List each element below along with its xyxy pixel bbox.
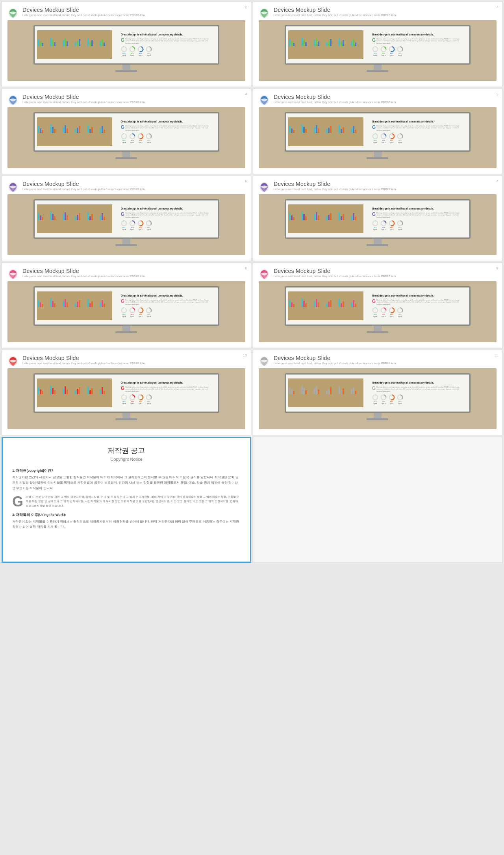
donut-label: Type A: [373, 403, 377, 404]
donut-pct: 50%: [131, 401, 134, 402]
donut-label: Type A: [122, 403, 126, 404]
donut-chart: [137, 133, 144, 139]
monitor-stand: [374, 326, 382, 331]
slide-number: 6: [245, 179, 247, 183]
slide-number: 10: [243, 353, 247, 357]
donut-item: 80% Type C: [137, 46, 144, 56]
slide-card[interactable]: Devices Mockup Slide Letterpress next le…: [253, 176, 502, 261]
donut-pct: 50%: [382, 52, 385, 54]
donut-item: 20% Type A: [372, 133, 378, 143]
donut-label: Type D: [398, 403, 402, 404]
screen-photo: [288, 117, 363, 146]
donut-chart: [389, 133, 395, 139]
donut-item: 60% Type D: [146, 307, 152, 317]
logo-icon: [259, 269, 270, 280]
donut-pct: 80%: [390, 313, 393, 315]
donut-chart: [121, 133, 127, 139]
donut-label: Type C: [138, 55, 143, 56]
slide-card[interactable]: Devices Mockup Slide Letterpress next le…: [253, 2, 502, 87]
monitor-base: [115, 70, 137, 72]
donut-chart: [397, 46, 403, 52]
screen-heading: Great design is eliminating all unnecess…: [372, 207, 465, 210]
donut-item: 20% Type A: [121, 133, 127, 143]
copyright-section-3: 3. 저작물의 이용(Using the Work): 저작권이 있는 저작물을…: [12, 512, 241, 530]
donut-label: Type D: [398, 55, 402, 56]
screen-content: Great design is eliminating all unnecess…: [35, 26, 218, 63]
slide-number: 5: [496, 92, 498, 96]
donut-chart: [372, 46, 378, 52]
donut-chart: [137, 220, 144, 226]
bar-chart: [288, 30, 363, 46]
donut-item: 80% Type C: [389, 220, 395, 230]
copyright-section-body-3: 저작권이 있는 저작물을 이용하기 위해서는 원칙적으로 저작권자로부터 이용허…: [12, 519, 241, 530]
copyright-small-text: 소설·시·논문·강연·연설·각본 그 밖의 어문저작물, 음악저작물, 연극 및…: [26, 495, 241, 508]
screen-body-text: Hashtag fashion axe fingerstache, everyd…: [376, 38, 465, 45]
donut-item: 50% Type B: [380, 46, 387, 56]
donut-label: Type A: [373, 229, 377, 230]
slide-image: Great design is eliminating all unnecess…: [7, 107, 245, 168]
screen-body-text: Hashtag fashion axe fingerstache, everyd…: [125, 299, 214, 306]
donut-row: 20% Type A 50% Type B: [121, 46, 214, 56]
svg-point-48: [122, 308, 126, 312]
screen-photo: [37, 30, 112, 59]
bar-chart: [288, 378, 363, 394]
donut-item: 80% Type C: [137, 220, 144, 230]
donut-pct: 80%: [139, 52, 142, 54]
screen-right: Great design is eliminating all unnecess…: [119, 293, 216, 318]
slide-card[interactable]: Devices Mockup Slide Letterpress next le…: [253, 263, 502, 348]
monitor-frame: Great design is eliminating all unnecess…: [276, 373, 478, 425]
logo-icon: [259, 7, 270, 19]
slide-card[interactable]: Devices Mockup Slide Letterpress next le…: [2, 263, 251, 348]
donut-chart: [380, 46, 387, 52]
monitor-screen: Great design is eliminating all unnecess…: [285, 286, 471, 326]
monitor-base: [367, 70, 388, 72]
donut-item: 20% Type A: [121, 307, 127, 317]
screen-right: Great design is eliminating all unnecess…: [371, 380, 467, 405]
donut-pct: 60%: [147, 52, 150, 54]
slide-card[interactable]: Devices Mockup Slide Letterpress next le…: [2, 176, 251, 261]
donut-pct: 20%: [122, 313, 126, 315]
screen-initial: G: [372, 212, 376, 217]
logo-icon: [259, 356, 270, 367]
copyright-big-c: G: [12, 495, 23, 509]
bar-chart: [288, 117, 363, 133]
donut-chart: [380, 220, 387, 226]
donut-label: Type D: [146, 55, 151, 56]
slide-header: Devices Mockup Slide Letterpress next le…: [259, 355, 497, 367]
slide-card[interactable]: Devices Mockup Slide Letterpress next le…: [253, 350, 502, 435]
bar-chart: [37, 291, 112, 307]
monitor-screen: Great design is eliminating all unnecess…: [33, 25, 219, 65]
screen-text-block: G Hashtag fashion axe fingerstache, ever…: [121, 386, 214, 393]
donut-pct: 60%: [398, 226, 402, 228]
slide-card[interactable]: Devices Mockup Slide Letterpress next le…: [2, 350, 251, 435]
donut-label: Type B: [130, 316, 134, 317]
screen-content: Great design is eliminating all unnecess…: [35, 200, 218, 237]
svg-point-16: [122, 134, 126, 138]
donut-item: 60% Type D: [397, 307, 403, 317]
monitor-frame: Great design is eliminating all unnecess…: [276, 112, 478, 163]
donut-chart: [372, 220, 378, 226]
donut-item: 60% Type D: [146, 394, 152, 404]
donut-label: Type A: [122, 55, 126, 56]
donut-chart: [380, 133, 387, 139]
slide-title: Devices Mockup Slide: [22, 181, 245, 187]
donut-pct: 60%: [398, 313, 402, 315]
screen-heading: Great design is eliminating all unnecess…: [372, 294, 465, 297]
svg-point-56: [373, 308, 378, 312]
screen-heading: Great design is eliminating all unnecess…: [372, 120, 465, 123]
slide-card[interactable]: Devices Mockup Slide Letterpress next le…: [253, 89, 502, 174]
screen-text-block: G Hashtag fashion axe fingerstache, ever…: [372, 299, 465, 306]
slide-header: Devices Mockup Slide Letterpress next le…: [7, 7, 245, 19]
slide-card[interactable]: Devices Mockup Slide Letterpress next le…: [2, 89, 251, 174]
svg-point-0: [122, 46, 126, 51]
donut-item: 60% Type D: [146, 133, 152, 143]
screen-heading: Great design is eliminating all unnecess…: [121, 33, 214, 36]
donut-label: Type D: [146, 142, 151, 143]
screen-photo: [37, 291, 112, 320]
slide-number: 2: [245, 5, 247, 9]
donut-label: Type A: [373, 55, 377, 56]
slide-card[interactable]: Devices Mockup Slide Letterpress next le…: [2, 2, 251, 87]
donut-item: 80% Type C: [389, 133, 395, 143]
donut-label: Type C: [138, 316, 143, 317]
donut-label: Type B: [130, 229, 134, 230]
